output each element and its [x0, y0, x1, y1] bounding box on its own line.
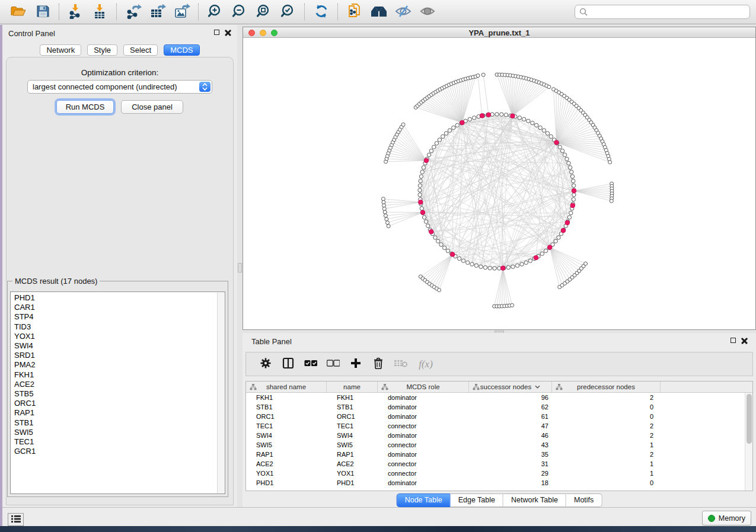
table-cell: SWI5 [327, 440, 378, 450]
export-image-button[interactable] [170, 2, 194, 22]
mcds-result-item[interactable]: FKH1 [14, 370, 217, 380]
save-floppy-icon [36, 4, 50, 20]
mcds-result-title: MCDS result (17 nodes) [12, 277, 100, 286]
deselect-all-button[interactable] [322, 355, 344, 374]
mcds-result-item[interactable]: TEC1 [14, 437, 217, 447]
table-row[interactable]: SWI5SWI5connector431 [246, 440, 752, 450]
mcds-result-item[interactable]: CAR1 [14, 303, 217, 312]
tab-mcds[interactable]: MCDS [164, 44, 199, 56]
table-cell: PHD1 [327, 478, 378, 488]
trash-icon [373, 357, 384, 371]
mcds-result-item[interactable]: STP4 [14, 312, 217, 322]
table-scrollbar-thumb[interactable] [747, 394, 752, 444]
search-input[interactable] [591, 8, 745, 16]
mcds-result-item[interactable]: RAP1 [14, 408, 217, 418]
float-panel-icon[interactable] [731, 338, 736, 343]
zoom-out-button[interactable] [227, 2, 251, 22]
export-network-button[interactable] [121, 2, 145, 22]
memory-button[interactable]: Memory [702, 511, 751, 525]
import-table-button[interactable] [88, 2, 112, 22]
column-header-name[interactable]: name [327, 382, 378, 392]
close-panel-icon[interactable] [741, 337, 748, 344]
table-row[interactable]: ORC1ORC1dominator610 [246, 412, 752, 421]
control-panel-tabs: NetworkStyleSelectMCDS [2, 44, 237, 56]
mcds-result-item[interactable]: PMA2 [14, 360, 217, 370]
column-type-icon [250, 384, 257, 392]
fx-icon: f(x) [419, 358, 433, 370]
network-window-titlebar[interactable]: YPA_prune.txt_1 [243, 27, 755, 38]
column-header-label: predecessor nodes [577, 383, 635, 390]
table-cell: SWI4 [327, 431, 378, 440]
tab-select[interactable]: Select [123, 44, 158, 56]
select-all-button[interactable] [299, 355, 322, 374]
table-row[interactable]: PHD1PHD1dominator180 [246, 478, 752, 488]
vertical-splitter-handle[interactable] [238, 263, 242, 273]
column-header-shared-name[interactable]: shared name [246, 382, 327, 392]
zoom-fit-button[interactable] [251, 2, 276, 22]
mcds-result-item[interactable]: STB5 [14, 389, 217, 399]
tab-motifs[interactable]: Motifs [566, 493, 602, 507]
table-cell: FKH1 [246, 393, 327, 402]
column-header-predecessor-nodes[interactable]: predecessor nodes [552, 382, 661, 392]
zoom-in-button[interactable] [203, 2, 227, 22]
zoom-selected-icon [280, 4, 296, 21]
table-scrollbar[interactable] [745, 393, 752, 491]
mcds-result-item[interactable]: STB1 [14, 418, 217, 428]
mcds-result-item[interactable]: GCR1 [14, 447, 217, 456]
criterion-select[interactable]: largest connected component (undirected) [27, 80, 212, 94]
tab-edge-table[interactable]: Edge Table [451, 493, 503, 507]
table-row[interactable]: FKH1FKH1dominator962 [246, 393, 752, 402]
apply-layout-button[interactable] [309, 2, 333, 22]
mcds-result-item[interactable]: SWI4 [14, 341, 217, 351]
gear-icon [260, 357, 272, 371]
network-canvas[interactable] [243, 39, 755, 329]
binoculars-icon [370, 5, 388, 20]
task-history-button[interactable] [8, 513, 24, 526]
float-panel-icon[interactable] [214, 30, 219, 35]
zoom-selected-button[interactable] [276, 2, 300, 22]
birds-eye-view-button[interactable] [366, 2, 391, 22]
mcds-result-item[interactable]: ACE2 [14, 380, 217, 389]
table-settings-button[interactable] [254, 355, 277, 374]
table-row[interactable]: RAP1RAP1dominator352 [246, 450, 752, 459]
open-session-button[interactable] [6, 2, 30, 22]
mcds-result-item[interactable]: PHD1 [14, 293, 217, 303]
import-network-button[interactable] [63, 2, 88, 22]
column-header-MCDS-role[interactable]: MCDS role [378, 382, 469, 392]
control-panel-title: Control Panel [8, 29, 55, 38]
mcds-result-scrollbar[interactable] [217, 291, 225, 494]
column-header-successor-nodes[interactable]: successor nodes [469, 382, 552, 392]
mcds-result-item[interactable]: YOX1 [14, 332, 217, 341]
checked-boxes-icon [304, 360, 317, 368]
close-panel-button[interactable]: Close panel [121, 100, 183, 114]
table-cell: connector [378, 421, 469, 431]
mcds-result-item[interactable]: SRD1 [14, 351, 217, 360]
show-details-button[interactable] [415, 2, 439, 22]
table-row[interactable]: ACE2ACE2connector311 [246, 459, 752, 469]
table-cell: 62 [469, 402, 552, 412]
create-column-button[interactable] [344, 355, 367, 374]
table-row[interactable]: YOX1YOX1connector291 [246, 469, 752, 478]
share-document-button[interactable] [342, 2, 366, 22]
table-cell: 35 [469, 450, 552, 459]
close-panel-icon[interactable] [225, 29, 231, 36]
delete-column-button[interactable] [367, 355, 390, 374]
run-mcds-button[interactable]: Run MCDS [56, 100, 114, 114]
desktop-background [0, 526, 756, 532]
table-row[interactable]: STB1STB1dominator620 [246, 402, 752, 412]
export-table-button[interactable] [145, 2, 170, 22]
table-row[interactable]: SWI4SWI4dominator462 [246, 431, 752, 440]
mcds-result-item[interactable]: ORC1 [14, 399, 217, 408]
tab-network-table[interactable]: Network Table [503, 493, 566, 507]
table-cell: 0 [552, 412, 661, 421]
tab-style[interactable]: Style [87, 44, 117, 56]
tab-network[interactable]: Network [40, 44, 81, 56]
hide-details-button[interactable] [391, 2, 415, 22]
tab-node-table[interactable]: Node Table [397, 493, 451, 507]
show-columns-button[interactable] [277, 355, 299, 374]
mcds-result-item[interactable]: TID3 [14, 322, 217, 332]
save-session-button[interactable] [30, 2, 55, 22]
toolbar-separator [337, 4, 338, 20]
mcds-result-item[interactable]: SWI5 [14, 428, 217, 437]
table-row[interactable]: TEC1TEC1connector472 [246, 421, 752, 431]
